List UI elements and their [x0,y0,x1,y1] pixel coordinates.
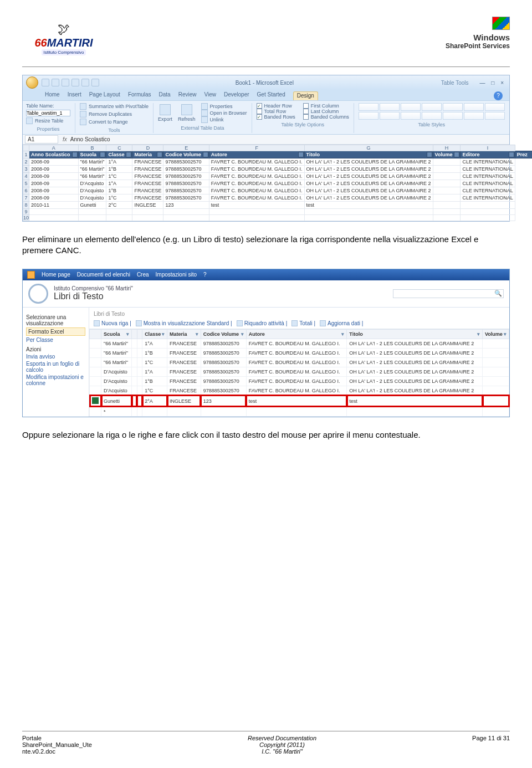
tools-remove-duplicates[interactable]: Remove Duplicates [80,111,149,117]
toolbar-nuova-riga[interactable]: Nuova riga | [94,320,131,326]
sp-subheader: Istituto Comprensivo "66 Martiri" Libri … [23,280,509,308]
refresh-button[interactable]: Refresh [178,104,196,122]
sp-main: Libri di Testo Nuova riga |Mostra in vis… [89,308,509,417]
excel-grid[interactable]: ABCDEFGHI1Anno ScolasticoScuolaClasseMat… [23,145,509,221]
sp-datasheet[interactable]: Scuola▾Classe▾Materia▾Codice Volume▾Auto… [89,329,509,417]
sharepoint-text: SharePoint Services [446,42,510,50]
paragraph-2: Oppure selezionare la riga o le righe e … [22,429,510,441]
action-invia-avviso[interactable]: Invia avviso [26,354,85,360]
ribbon-tabs[interactable]: HomeInsertPage LayoutFormulasDataReviewV… [23,90,509,100]
ribbon-tab-formulas[interactable]: Formulas [128,91,151,100]
ribbon-tab-view[interactable]: View [204,91,216,100]
side-section-label: Selezionare una visualizzazione [26,314,85,326]
quick-access-toolbar[interactable] [42,79,99,86]
table-name-label: Table Name: [26,103,54,109]
styleopt-header-row[interactable]: ✓Header Row [257,103,295,109]
windows-text: Windows [446,33,510,42]
ribbon-tab-insert[interactable]: Insert [68,91,81,100]
group-properties: Table Name: Resize Table Properties [26,103,75,133]
excel-row-icon [92,397,99,404]
toolbar-aggiorna-dati[interactable]: Aggiorna dati | [320,320,363,326]
topbar-home-page[interactable]: Home page [42,272,70,278]
tools-convert-to-range[interactable]: Convert to Range [80,119,149,125]
window-controls[interactable]: — □ × [480,80,506,86]
ribbon-tab-page-layout[interactable]: Page Layout [89,91,120,100]
export-button[interactable]: Export [158,104,172,122]
footer-left: PortaleSharePoint_Manuale_Utente.v0.2.do… [22,735,92,755]
sp-sidebar: Selezionare una visualizzazione Formato … [23,308,89,417]
logo-left: 🕊 66MARTIRI Istituto Comprensivo [22,17,105,61]
group-table-styles: Table Styles [359,103,509,133]
action-esporta[interactable]: Esporta in un foglio di calcolo [26,361,85,373]
help-icon[interactable]: ? [494,91,503,100]
group-label: Table Style Options [257,122,349,127]
group-label: External Table Data [158,125,247,131]
styleopt-first-column[interactable]: First Column [303,103,349,109]
formula-bar[interactable]: A1 fx Anno Scolastico [23,135,509,145]
search-input[interactable] [393,289,504,298]
paragraph-1: Per eliminare un elemento dell'elenco (e… [22,234,510,257]
name-box[interactable]: A1 [25,135,58,144]
sp-topbar[interactable]: Home pageDocumenti ed elenchiCreaImposta… [23,269,509,280]
ribbon-tab-data[interactable]: Data [159,91,171,100]
ribbon-tab-review[interactable]: Review [178,91,197,100]
topbar-documenti-ed-elenchi[interactable]: Documenti ed elenchi [77,272,130,278]
page-footer: PortaleSharePoint_Manuale_Utente.v0.2.do… [22,731,510,755]
excel-titlebar: Book1 - Microsoft Excel Table Tools — □ … [23,75,509,90]
site-logo-icon [28,284,48,304]
styleopt-last-column[interactable]: Last Column [303,109,349,114]
group-tools: Summarize with PivotTableRemove Duplicat… [80,103,154,133]
fx-icon[interactable]: fx [63,136,67,142]
group-label: Table Styles [359,122,505,127]
ribbon-tab-get-started[interactable]: Get Started [257,91,285,100]
ribbon-tab-home[interactable]: Home [45,91,60,100]
office-orb-icon[interactable] [26,76,38,89]
ribbon-tab-developer[interactable]: Developer [224,91,249,100]
logo-sub: Istituto Comprensivo [42,49,86,55]
logo-name: 66MARTIRI [34,37,93,49]
ext-unlink[interactable]: Unlink [201,116,247,123]
logo-right: Windows SharePoint Services [446,17,510,50]
sp-toolbar[interactable]: Nuova riga |Mostra in visualizzazione St… [89,318,509,329]
formula-content[interactable]: Anno Scolastico [70,136,110,142]
resize-table-button[interactable]: Resize Table [26,117,70,124]
page-header: 🕊 66MARTIRI Istituto Comprensivo Windows… [22,17,510,67]
site-subtitle: Istituto Comprensivo "66 Martiri" [54,285,133,291]
ribbon-tab-design[interactable]: Design [293,91,318,100]
styleopt-total-row[interactable]: Total Row [257,109,295,114]
home-icon[interactable] [27,271,35,279]
sharepoint-screenshot: Home pageDocumenti ed elenchiCreaImposta… [22,269,510,417]
view-formato-excel[interactable]: Formato Excel [26,327,85,336]
ribbon-body: Table Name: Resize Table Properties Summ… [23,100,509,135]
table-tools-label: Table Tools [430,80,480,86]
excel-screenshot: Book1 - Microsoft Excel Table Tools — □ … [22,75,510,222]
breadcrumb: Libri di Testo [89,310,509,318]
table-name-input[interactable] [26,110,70,116]
site-title: Libri di Testo [54,291,133,301]
group-external: Export Refresh PropertiesOpen in Browser… [158,103,252,133]
topbar-impostazioni-sito[interactable]: Impostazioni sito [156,272,197,278]
tools-summarize-with-pivottable[interactable]: Summarize with PivotTable [80,103,149,110]
footer-mid: Reserved DocumentationCopyright (2011)I.… [248,735,316,755]
topbar--[interactable]: ? [203,272,207,278]
side-section-label: Azioni [26,346,85,352]
styles-gallery[interactable] [359,103,505,120]
group-style-options: ✓Header RowTotal Row✓Banded RowsFirst Co… [257,103,354,133]
windows-flag-icon [492,17,510,30]
footer-right: Page 11 di 31 [472,735,510,755]
toolbar-mostra-in-visualizzazione-standard[interactable]: Mostra in visualizzazione Standard | [136,320,232,326]
ext-properties[interactable]: Properties [201,103,247,110]
bird-icon: 🕊 [58,22,70,37]
topbar-crea[interactable]: Crea [137,272,149,278]
styleopt-banded-rows[interactable]: ✓Banded Rows [257,114,295,120]
view-per-classe[interactable]: Per Classe [26,337,85,343]
ext-open-in-browser[interactable]: Open in Browser [201,110,247,116]
group-label: Properties [26,126,70,132]
toolbar-totali[interactable]: Totali | [291,320,315,326]
styleopt-banded-columns[interactable]: Banded Columns [303,114,349,120]
doc-title: Book1 - Microsoft Excel [99,80,430,86]
action-modifica[interactable]: Modifica impostazioni e colonne [26,374,85,386]
toolbar-riquadro-attivit-[interactable]: Riquadro attività | [237,320,288,326]
